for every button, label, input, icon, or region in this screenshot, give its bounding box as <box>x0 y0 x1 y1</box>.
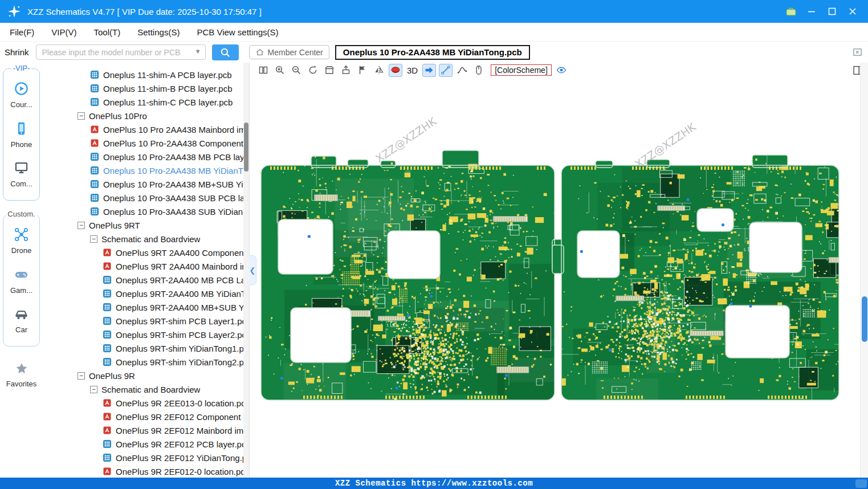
top-bottom-layer-icon[interactable] <box>389 64 402 77</box>
tree-folder[interactable]: −OnePlus 10Pro <box>43 109 249 123</box>
flag-icon[interactable] <box>356 64 369 77</box>
sidebar-item-drone[interactable]: Drone <box>11 227 31 255</box>
sidebar-item-car[interactable]: Car <box>14 306 29 334</box>
visibility-eye-icon[interactable] <box>555 64 568 77</box>
tree-item-pcb[interactable]: Oneplus 9RT-shim YiDianTong2.p <box>43 355 249 369</box>
tree-item-pdf[interactable]: OnePlus 9RT 2AA400 Mainbord im <box>43 259 249 273</box>
menu-pcb-view-settings[interactable]: PCB View settings(S) <box>188 23 287 41</box>
tree-item-pdf[interactable]: OnePlus 9R 2EF012-0 location.pd <box>43 464 249 478</box>
tree-item-pcb[interactable]: Oneplus 11-shim-A PCB layer.pcb <box>43 68 249 82</box>
tree-item-label: OnePlus 10 Pro 2AA438 Mainbord im <box>103 125 246 135</box>
tree-item-label: Oneplus 11-shim-B PCB layer.pcb <box>103 84 233 93</box>
canvas-vertical-scrollbar[interactable] <box>860 63 868 478</box>
pcb-file-icon <box>90 97 99 107</box>
tree-item-pcb[interactable]: OnePlus 9R 2EF012 PCB layer.pcb <box>43 437 249 451</box>
tree-item-pdf[interactable]: OnePlus 9RT 2AA400 Component <box>43 246 249 259</box>
tree-item-pdf[interactable]: OnePlus 10 Pro 2AA438 Mainbord im <box>43 123 249 136</box>
tree-item-label: Schematic and Boardview <box>101 385 200 394</box>
menu-settings[interactable]: Settings(S) <box>129 23 188 41</box>
tree-scrollbar[interactable] <box>243 63 249 478</box>
gamepad-icon <box>14 267 29 284</box>
sidebar-item-game[interactable]: Gam... <box>10 267 32 295</box>
zoom-in-icon[interactable] <box>273 64 287 77</box>
close-file-icon[interactable] <box>853 47 862 59</box>
tree-item-label: OnePlus 10 Pro-2AA438 Component <box>103 138 243 148</box>
pcb-file-icon <box>103 344 112 353</box>
pcb-canvas[interactable] <box>250 78 861 478</box>
star-icon <box>14 361 29 378</box>
tree-item-pcb[interactable]: Oneplus 10 Pro-2AA438 MB PCB lay <box>43 150 249 164</box>
tree-item-label: Oneplus 11-shim-A PCB layer.pcb <box>103 70 232 80</box>
tree-item-pcb[interactable]: Oneplus 9RT-shim PCB Layer2.pcb <box>43 328 249 341</box>
tree-item-pcb[interactable]: Oneplus 10 Pro-3AA438 SUB PCB la <box>43 191 249 205</box>
tree-item-pcb[interactable]: Oneplus 11-shim-B PCB layer.pcb <box>43 82 249 95</box>
tree-scrollbar-thumb[interactable] <box>244 123 248 172</box>
collapse-icon[interactable]: − <box>78 222 85 229</box>
pcb-file-icon <box>90 84 99 93</box>
menu-tool[interactable]: Tool(T) <box>85 23 129 41</box>
sidebar-item-label: Drone <box>11 246 31 255</box>
tree-item-pdf[interactable]: OnePlus 10 Pro-2AA438 Component <box>43 136 249 150</box>
menu-vip[interactable]: VIP(V) <box>43 23 85 41</box>
collapse-icon[interactable]: − <box>78 372 85 380</box>
menu-file[interactable]: File(F) <box>1 23 43 41</box>
tree-item-pdf[interactable]: OnePlus 9R 2EE013-0 location.pd <box>43 396 249 410</box>
tree-item-label: Oneplus 9RT-2AA400 MB YiDianT <box>116 289 246 299</box>
tree-item-pcb[interactable]: Oneplus 10 Pro-2AA438 MB YiDianT <box>43 164 249 177</box>
status-text: XZZ Schematics https://www.xzztools.com <box>335 479 533 488</box>
chevron-down-icon[interactable]: ▼ <box>195 48 201 55</box>
split-view-icon[interactable] <box>256 64 270 77</box>
import-box-icon[interactable] <box>339 64 353 77</box>
tree-folder[interactable]: −OnePlus 9RT <box>43 218 249 232</box>
tree-item-pcb[interactable]: Oneplus 11-shim-C PCB layer.pcb <box>43 95 249 109</box>
collapse-tree-handle[interactable]: ❮ <box>249 255 256 285</box>
tree-item-pcb[interactable]: Oneplus 9RT-shim PCB Layer1.pcb <box>43 314 249 328</box>
tree-folder[interactable]: −OnePlus 9R <box>43 369 249 382</box>
collapse-icon[interactable]: − <box>90 235 97 243</box>
sidebar-item-computer[interactable]: Com... <box>10 160 32 188</box>
member-center-button[interactable]: Member Center <box>249 45 329 59</box>
flip-horizontal-icon[interactable] <box>372 64 386 77</box>
tree-item-pdf[interactable]: OnePlus 9R 2EF012 Mainbord ima <box>43 423 249 437</box>
tree-item-pcb[interactable]: Oneplus 10 Pro-2AA438 MB+SUB Yi <box>43 177 249 191</box>
refresh-icon[interactable] <box>306 64 320 77</box>
sidebar-item-label: Com... <box>10 180 32 188</box>
export-box-icon[interactable] <box>323 64 336 77</box>
measure-line-icon[interactable] <box>439 64 453 77</box>
tree-item-pdf[interactable]: OnePlus 9R 2EF012 Component e <box>43 410 249 423</box>
tree-folder[interactable]: −Schematic and Boardview <box>43 232 249 246</box>
pcb-canvas-area <box>250 78 860 478</box>
canvas-scrollbar-thumb[interactable] <box>862 296 867 342</box>
collapse-icon[interactable]: − <box>78 112 85 120</box>
sidebar-item-phone[interactable]: Phone <box>11 121 32 149</box>
shrink-button[interactable]: Shrink <box>5 47 29 57</box>
tree-item-label: OnePlus 9R 2EF012 PCB layer.pcb <box>116 439 249 449</box>
move-arrow-icon[interactable] <box>422 64 436 77</box>
color-scheme-button[interactable]: [ColorScheme] <box>491 64 552 76</box>
collapse-icon[interactable]: − <box>90 386 97 393</box>
tree-item-pcb[interactable]: Oneplus 9RT-2AA400 MB YiDianT <box>43 287 249 300</box>
sidebar-item-course[interactable]: Cour... <box>10 81 32 109</box>
license-icon[interactable] <box>783 3 800 19</box>
tree-item-pcb[interactable]: OnePlus 9R 2EF012 YiDianTong.p <box>43 451 249 464</box>
sidebar-item-favorites[interactable]: Favorites <box>0 361 43 388</box>
tree-item-label: Oneplus 10 Pro-2AA438 MB YiDianT <box>103 166 243 176</box>
search-button[interactable] <box>212 44 239 60</box>
wire-curve-icon[interactable] <box>455 64 469 77</box>
three-d-button[interactable]: 3D <box>405 66 419 75</box>
pdf-file-icon <box>90 125 99 134</box>
mouse-icon[interactable] <box>472 64 486 77</box>
tree-folder[interactable]: −Schematic and Boardview <box>43 382 249 396</box>
maximize-button[interactable] <box>824 3 841 19</box>
pcb-toolbar: 3D[ColorScheme] <box>250 63 860 78</box>
close-button[interactable] <box>844 3 861 19</box>
tree-item-pcb[interactable]: Oneplus 9RT-2AA400 MB+SUB Yi <box>43 300 249 314</box>
minimize-button[interactable] <box>803 3 820 19</box>
tree-item-pcb[interactable]: Oneplus 10 Pro-3AA438 SUB YiDian <box>43 205 249 218</box>
pdf-file-icon <box>103 398 112 408</box>
zoom-out-icon[interactable] <box>290 64 303 77</box>
tree-item-pcb[interactable]: Oneplus 9RT-2AA400 MB PCB Lay <box>43 273 249 287</box>
search-input[interactable] <box>36 44 206 60</box>
open-file-tab[interactable]: Oneplus 10 Pro-2AA438 MB YiDianTong.pcb <box>335 45 530 60</box>
tree-item-pcb[interactable]: Oneplus 9RT-shim YiDianTong1.p <box>43 341 249 355</box>
